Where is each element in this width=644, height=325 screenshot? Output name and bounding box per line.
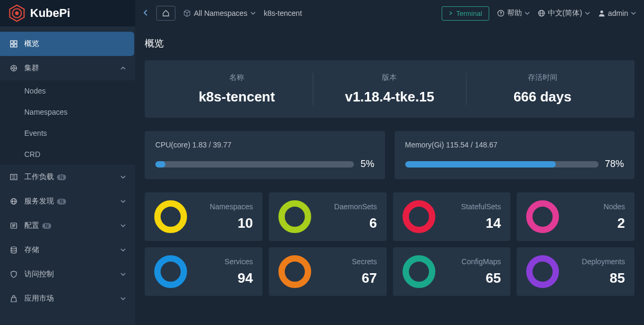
user-label: admin — [608, 9, 628, 17]
resource-count: 65 — [435, 270, 501, 286]
sidebar-item-storage[interactable]: 存储 — [0, 238, 135, 262]
resource-card-secrets[interactable]: Secrets67 — [269, 247, 387, 296]
sidebar-item-label: 配置N — [24, 221, 120, 230]
sidebar-item-label: 应用市场 — [24, 294, 120, 303]
chevron-down-icon — [250, 11, 256, 16]
resource-count: 6 — [311, 215, 377, 231]
resource-card-configmaps[interactable]: ConfigMaps65 — [393, 247, 511, 296]
info-value: 666 days — [472, 89, 613, 105]
logo[interactable]: KubePi — [0, 0, 135, 26]
resource-count: 94 — [187, 270, 253, 286]
sidebar-item-overview[interactable]: 概览 — [0, 32, 134, 56]
sidebar-item-events[interactable]: Events — [0, 123, 135, 144]
memory-percent: 78% — [605, 159, 624, 170]
sidebar-item-config[interactable]: 配置N — [0, 213, 135, 238]
resource-info: Deployments85 — [559, 257, 625, 286]
resource-name: ConfigMaps — [435, 257, 501, 266]
cpu-usage-card: CPU(core) 1.83 / 39.77 5% — [145, 131, 385, 179]
chevron-down-icon — [120, 197, 126, 206]
chevron-down-icon — [585, 11, 590, 16]
usage-label: Memory(Gi) 115.54 / 148.67 — [405, 141, 624, 149]
dashboard-icon — [10, 40, 18, 48]
resource-card-statefulsets[interactable]: StatefulSets14 — [393, 192, 511, 241]
resource-name: Deployments — [559, 257, 625, 266]
resource-card-nodes[interactable]: Nodes2 — [517, 192, 634, 241]
chevron-down-icon — [120, 246, 126, 254]
sidebar-item-access-control[interactable]: 访问控制 — [0, 262, 135, 286]
user-menu[interactable]: admin — [598, 9, 636, 17]
chevron-down-icon — [631, 11, 636, 16]
resource-card-namespaces[interactable]: Namespaces10 — [145, 192, 263, 241]
sidebar-item-service-discovery[interactable]: 服务发现N — [0, 189, 135, 213]
resource-info: Services94 — [187, 257, 253, 286]
resource-card-deployments[interactable]: Deployments85 — [517, 247, 634, 296]
cluster-info-card: 名称 k8s-tencent 版本 v1.18.4-tke.15 存活时间 66… — [145, 60, 634, 118]
badge: N — [42, 223, 51, 229]
sidebar-item-label: Nodes — [24, 87, 45, 95]
resource-name: Secrets — [311, 257, 377, 266]
language-label: 中文(简体) — [548, 8, 582, 18]
resource-card-services[interactable]: Services94 — [145, 247, 263, 296]
resource-name: Namespaces — [187, 202, 253, 211]
usage-label: CPU(core) 1.83 / 39.77 — [155, 141, 375, 149]
resource-info: ConfigMaps65 — [435, 257, 501, 286]
sidebar-item-label: Events — [24, 129, 47, 137]
ring-icon — [154, 255, 187, 288]
language-menu[interactable]: 中文(简体) — [538, 8, 590, 18]
help-menu[interactable]: 帮助 — [497, 8, 530, 18]
terminal-icon — [449, 11, 454, 16]
ring-icon — [403, 255, 435, 288]
home-button[interactable] — [156, 6, 175, 21]
namespace-label: All Namespaces — [194, 9, 247, 17]
config-icon — [10, 222, 18, 229]
resource-count: 2 — [559, 215, 625, 231]
back-button[interactable] — [143, 9, 148, 18]
ring-icon — [526, 200, 559, 233]
svg-rect-9 — [11, 41, 13, 43]
logo-icon — [8, 4, 26, 22]
terminal-label: Terminal — [456, 10, 482, 17]
sidebar-item-workloads[interactable]: 工作负载N — [0, 165, 135, 189]
cube-icon — [183, 10, 191, 17]
shield-icon — [10, 271, 18, 278]
sidebar-item-label: 存储 — [24, 245, 120, 255]
sidebar-item-label: CRD — [24, 150, 40, 159]
resource-info: Namespaces10 — [187, 202, 253, 231]
resource-name: Nodes — [559, 202, 625, 211]
svg-point-4 — [500, 15, 501, 15]
sidebar-item-cluster[interactable]: 集群 — [0, 56, 135, 80]
svg-rect-19 — [11, 174, 17, 180]
user-icon — [598, 10, 605, 17]
sidebar-item-namespaces[interactable]: Namespaces — [0, 101, 135, 123]
resource-info: StatefulSets14 — [435, 202, 501, 231]
terminal-button[interactable]: Terminal — [442, 6, 489, 21]
resource-grid: Namespaces10DaemonSets6StatefulSets14Nod… — [145, 192, 634, 296]
cluster-icon — [10, 64, 18, 72]
info-value: k8s-tencent — [166, 89, 307, 105]
sidebar-item-marketplace[interactable]: 应用市场 — [0, 286, 135, 311]
sidebar-item-label: 服务发现N — [24, 197, 120, 206]
sidebar-item-label: Namespaces — [24, 108, 68, 116]
resource-count: 85 — [559, 270, 625, 286]
sidebar-item-crd[interactable]: CRD — [0, 144, 135, 165]
info-col-uptime: 存活时间 666 days — [466, 73, 619, 105]
sidebar-item-label: 集群 — [24, 63, 120, 73]
breadcrumb-cluster: k8s-tencent — [264, 9, 302, 17]
resource-name: StatefulSets — [435, 202, 501, 211]
help-label: 帮助 — [507, 8, 522, 18]
sidebar-item-label: 概览 — [24, 39, 125, 49]
sidebar-item-nodes[interactable]: Nodes — [0, 80, 135, 101]
resource-info: DaemonSets6 — [311, 202, 377, 231]
resource-card-daemonsets[interactable]: DaemonSets6 — [269, 192, 387, 241]
resource-name: Services — [187, 257, 253, 266]
info-label: 存活时间 — [472, 73, 613, 82]
main-content: 概览 名称 k8s-tencent 版本 v1.18.4-tke.15 存活时间… — [135, 26, 644, 325]
svg-point-13 — [13, 67, 15, 69]
svg-rect-10 — [14, 41, 17, 43]
cpu-percent: 5% — [360, 159, 374, 170]
ring-icon — [403, 200, 435, 233]
namespace-selector[interactable]: All Namespaces — [183, 9, 256, 17]
svg-rect-12 — [14, 44, 17, 47]
chevron-down-icon — [120, 294, 126, 303]
badge: N — [57, 174, 66, 180]
